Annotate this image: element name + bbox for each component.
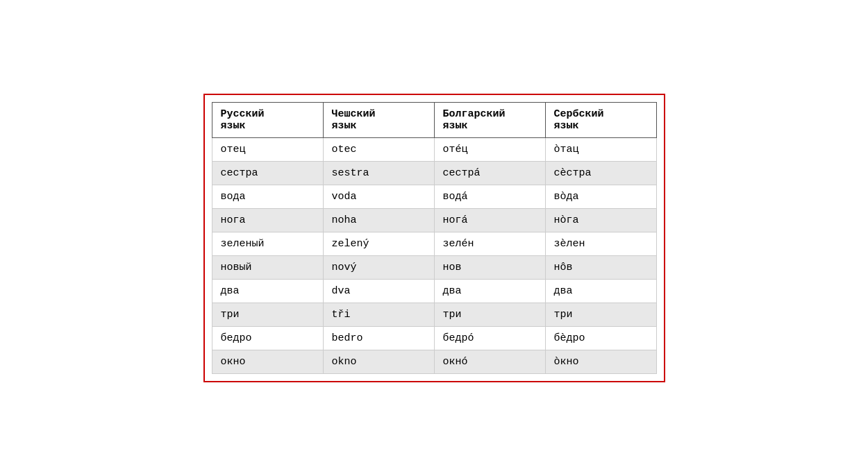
table-row: отецotecотéцòтац [212,138,656,162]
header-bulgarian: Болгарскийязык [434,103,545,138]
table-cell: нов [434,256,545,280]
table-cell: зèлен [545,232,656,256]
table-cell: вода [212,185,323,209]
table-row: бедроbedroбедрóбèдро [212,327,656,350]
table-cell: otec [323,138,434,162]
table-cell: nový [323,256,434,280]
table-cell: òтац [545,138,656,162]
table-row: водаvodaводáвòда [212,185,656,209]
table-cell: окно [212,350,323,374]
table-cell: сестрá [434,162,545,185]
table-cell: dva [323,280,434,303]
table-cell: водá [434,185,545,209]
table-row: дваdvaдвадва [212,280,656,303]
table-cell: нòга [545,209,656,232]
table-cell: зеленый [212,232,323,256]
table-cell: два [434,280,545,303]
table-cell: voda [323,185,434,209]
table-row: ногаnohaногáнòга [212,209,656,232]
table-cell: три [434,303,545,327]
table-cell: сèстра [545,162,656,185]
table-cell: отец [212,138,323,162]
table-cell: три [545,303,656,327]
table-cell: òкно [545,350,656,374]
main-container: Русскийязык Чешскийязык Болгарскийязык С… [203,94,665,382]
table-cell: окнó [434,350,545,374]
table-cell: бèдро [545,327,656,350]
table-cell: отéц [434,138,545,162]
table-cell: нога [212,209,323,232]
table-cell: нôв [545,256,656,280]
header-serbian: Сербскийязык [545,103,656,138]
table-cell: вòда [545,185,656,209]
table-cell: sestra [323,162,434,185]
table-cell: новый [212,256,323,280]
table-row: зеленыйzelenýзелéнзèлен [212,232,656,256]
table-cell: tři [323,303,434,327]
header-row: Русскийязык Чешскийязык Болгарскийязык С… [212,103,656,138]
table-cell: два [212,280,323,303]
table-row: триtřiтритри [212,303,656,327]
table-cell: бедрó [434,327,545,350]
table-cell: сестра [212,162,323,185]
language-comparison-table: Русскийязык Чешскийязык Болгарскийязык С… [212,102,657,374]
table-row: новыйnovýновнôв [212,256,656,280]
table-cell: два [545,280,656,303]
table-cell: zelený [323,232,434,256]
table-cell: noha [323,209,434,232]
table-cell: три [212,303,323,327]
header-czech: Чешскийязык [323,103,434,138]
table-cell: bedro [323,327,434,350]
table-cell: ногá [434,209,545,232]
table-cell: зелéн [434,232,545,256]
table-row: сестраsestraсестрáсèстра [212,162,656,185]
table-cell: бедро [212,327,323,350]
header-russian: Русскийязык [212,103,323,138]
table-cell: okno [323,350,434,374]
table-row: окноoknoокнóòкно [212,350,656,374]
